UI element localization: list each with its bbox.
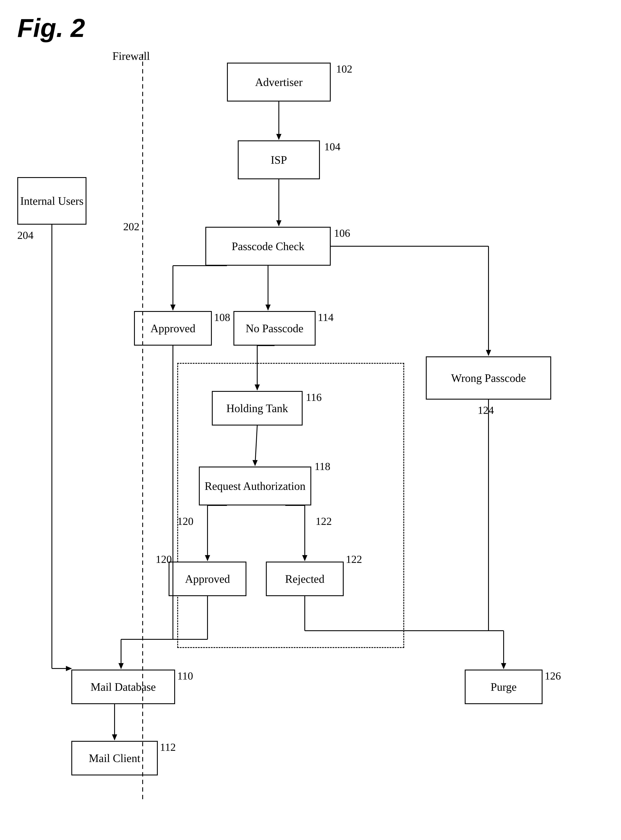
mail-client-box: Mail Client (71, 741, 158, 775)
internal-users-box: Internal Users (17, 177, 86, 225)
isp-box: ISP (238, 141, 320, 179)
svg-marker-7 (170, 305, 176, 311)
wrong-passcode-id: 124 (478, 404, 494, 417)
no-passcode-id: 114 (318, 311, 333, 323)
request-auth-id: 118 (315, 460, 330, 473)
internal-users-id: 204 (17, 229, 33, 242)
svg-marker-28 (66, 666, 72, 671)
svg-marker-12 (486, 350, 491, 356)
svg-marker-2 (276, 134, 282, 140)
svg-marker-32 (118, 663, 124, 669)
holding-tank-id: 116 (306, 391, 322, 403)
purge-id: 126 (545, 669, 561, 682)
svg-marker-38 (501, 663, 506, 669)
passcode-check-box: Passcode Check (205, 227, 331, 266)
holding-tank-box: Holding Tank (212, 391, 303, 426)
svg-marker-9 (265, 305, 271, 311)
figure-title: Fig. 2 (17, 13, 85, 43)
passcode-check-id: 106 (334, 227, 350, 239)
approved2-id: 120 (156, 553, 172, 565)
approved1-id: 108 (214, 311, 230, 323)
mail-client-id: 112 (160, 741, 176, 753)
firewall-label: Firewall (112, 50, 150, 62)
wrong-passcode-box: Wrong Passcode (426, 357, 551, 400)
svg-marker-4 (276, 220, 282, 227)
no-passcode-box: No Passcode (233, 311, 316, 346)
mail-database-box: Mail Database (71, 669, 175, 704)
approved2-box: Approved (169, 562, 247, 596)
firewall-id: 202 (123, 220, 139, 233)
mail-database-id: 110 (177, 669, 193, 682)
purge-box: Purge (465, 669, 542, 704)
advertiser-box: Advertiser (227, 63, 331, 101)
rejected-id: 122 (346, 553, 362, 565)
svg-marker-41 (112, 734, 117, 740)
rejected-box: Rejected (266, 562, 344, 596)
approved1-box: Approved (134, 311, 212, 346)
advertiser-id: 102 (336, 63, 352, 75)
request-auth-box: Request Authorization (199, 467, 311, 505)
isp-id: 104 (324, 141, 341, 153)
